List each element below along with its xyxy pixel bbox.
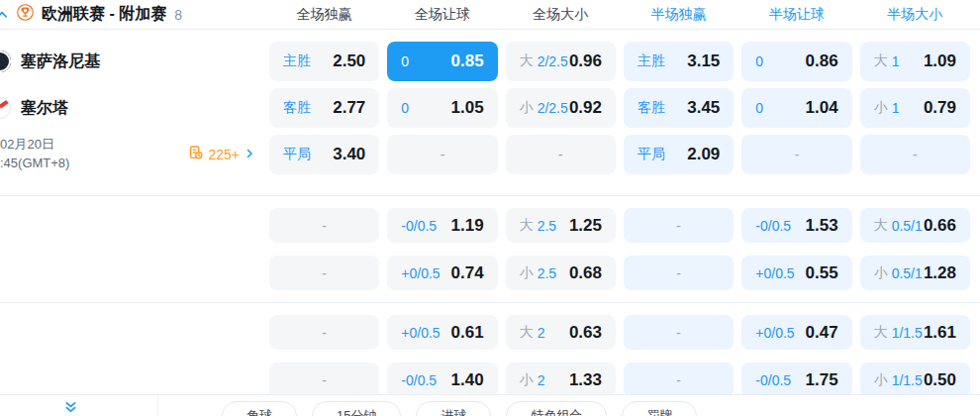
column-header[interactable]: 半场大小	[860, 6, 970, 24]
odds-cell-empty: -	[269, 208, 379, 243]
odds-cell[interactable]: 00.86	[741, 42, 851, 81]
league-title: 欧洲联赛 - 附加赛	[42, 4, 166, 25]
odds-cell[interactable]: 客胜2.77	[269, 88, 379, 128]
match-time: :45(GMT+8)	[0, 155, 69, 173]
market-tab[interactable]: 角球	[222, 401, 297, 416]
column-header: 全场独赢	[269, 6, 379, 24]
chevron-right-icon	[244, 146, 255, 163]
home-team-logo	[0, 51, 11, 72]
away-team-row: 塞尔塔 客胜2.7701.05小2/2.50.92客胜3.4501.04小10.…	[0, 88, 980, 128]
odds-cell-empty: -	[269, 363, 379, 397]
odds-cell[interactable]: +0/0.50.55	[741, 256, 851, 290]
away-team-name: 塞尔塔	[21, 98, 68, 119]
market-tabs-bar: 角球15分钟进球特色组合罚牌	[0, 394, 980, 416]
secondary-odds-group-1: --0/0.51.19大2.51.25--0/0.51.53大0.5/10.66…	[0, 196, 980, 302]
odds-cell[interactable]: 大0.5/10.66	[860, 208, 970, 243]
odds-cell[interactable]: 00.85	[387, 42, 497, 81]
odds-cell-empty: -	[624, 315, 734, 350]
odds-cell[interactable]: 主胜3.15	[624, 42, 734, 81]
markets-doc-clock-icon	[188, 145, 204, 164]
odds-cell[interactable]: 小0.5/11.28	[860, 256, 970, 290]
market-tab-pills: 角球15分钟进球特色组合罚牌	[158, 401, 697, 416]
double-chevron-down-icon[interactable]	[63, 400, 78, 416]
column-headers: 全场独赢全场让球全场大小半场独赢半场让球半场大小	[269, 6, 980, 24]
column-header: 全场让球	[387, 6, 497, 24]
draw-row: 02月20日 :45(GMT+8) 225+	[0, 135, 980, 174]
market-tab[interactable]: 罚牌	[622, 401, 697, 416]
odds-cell[interactable]: 小21.33	[506, 363, 616, 397]
odds-cell[interactable]: 主胜2.50	[269, 42, 379, 81]
odds-cell-empty: -	[269, 315, 379, 350]
odds-cell[interactable]: -0/0.51.75	[741, 363, 851, 397]
odds-cell[interactable]: 客胜3.45	[624, 88, 734, 128]
league-match-count: 8	[174, 7, 182, 23]
column-header[interactable]: 半场让球	[741, 6, 851, 24]
odds-cell[interactable]: 01.05	[387, 88, 497, 128]
more-markets-link[interactable]: 225+	[188, 145, 255, 164]
secondary-odds-group-2: -+0/0.50.61大20.63-+0/0.50.47大1/1.51.61 -…	[0, 303, 980, 409]
odds-cell[interactable]: 大11.09	[860, 42, 970, 81]
market-tab[interactable]: 15分钟	[312, 401, 401, 416]
odds-cell[interactable]: 大2.51.25	[506, 208, 616, 243]
odds-cell[interactable]: +0/0.50.61	[387, 315, 497, 350]
odds-cell-empty: -	[741, 135, 851, 174]
odds-panel: 欧洲联赛 - 附加赛 8 全场独赢全场让球全场大小半场独赢半场让球半场大小 塞萨…	[0, 0, 980, 416]
odds-cell[interactable]: +0/0.50.74	[387, 256, 497, 290]
odds-cell-empty: -	[624, 256, 734, 290]
odds-cell[interactable]: -0/0.51.53	[741, 208, 851, 243]
market-tab[interactable]: 特色组合	[506, 401, 607, 416]
market-tab[interactable]: 进球	[416, 401, 491, 416]
collapse-chevron-up-icon[interactable]	[0, 8, 9, 22]
column-header[interactable]: 半场独赢	[624, 6, 734, 24]
odds-cell[interactable]: 小2.50.68	[506, 256, 616, 290]
home-team-row: 塞萨洛尼基 主胜2.5000.85大2/2.50.96主胜3.1500.86大1…	[0, 42, 980, 81]
odds-cell-empty: -	[624, 208, 734, 243]
odds-cell-empty: -	[860, 135, 970, 174]
odds-cell[interactable]: 平局3.40	[269, 135, 379, 174]
expand-rail	[0, 395, 158, 416]
league-header: 欧洲联赛 - 附加赛 8 全场独赢全场让球全场大小半场独赢半场让球半场大小	[0, 0, 980, 30]
odds-cell-empty: -	[269, 256, 379, 290]
odds-cell[interactable]: 平局2.09	[624, 135, 734, 174]
odds-cell[interactable]: +0/0.50.47	[741, 315, 851, 350]
odds-cell[interactable]: 大2/2.50.96	[506, 42, 616, 81]
odds-cell-empty: -	[624, 363, 734, 397]
away-team-logo	[0, 97, 11, 119]
odds-cell[interactable]: 小10.79	[860, 88, 970, 128]
odds-cell[interactable]: 01.04	[741, 88, 851, 128]
odds-cell-empty: -	[506, 135, 616, 174]
odds-cell[interactable]: 小1/1.50.50	[860, 363, 970, 397]
more-markets-count: 225+	[208, 147, 240, 162]
odds-cell[interactable]: 小2/2.50.92	[506, 88, 616, 128]
league-trophy-icon	[17, 4, 34, 25]
odds-cell[interactable]: -0/0.51.19	[387, 208, 497, 243]
home-team-name: 塞萨洛尼基	[21, 52, 100, 72]
odds-cell[interactable]: 大20.63	[506, 315, 616, 350]
odds-cell[interactable]: -0/0.51.40	[387, 363, 497, 397]
match-odds-group: 塞萨洛尼基 主胜2.5000.85大2/2.50.96主胜3.1500.86大1…	[0, 30, 980, 195]
match-date: 02月20日	[0, 136, 69, 155]
odds-cell-empty: -	[387, 135, 497, 174]
column-header: 全场大小	[506, 6, 616, 24]
odds-cell[interactable]: 大1/1.51.61	[860, 315, 970, 350]
match-datetime: 02月20日 :45(GMT+8)	[0, 136, 69, 173]
